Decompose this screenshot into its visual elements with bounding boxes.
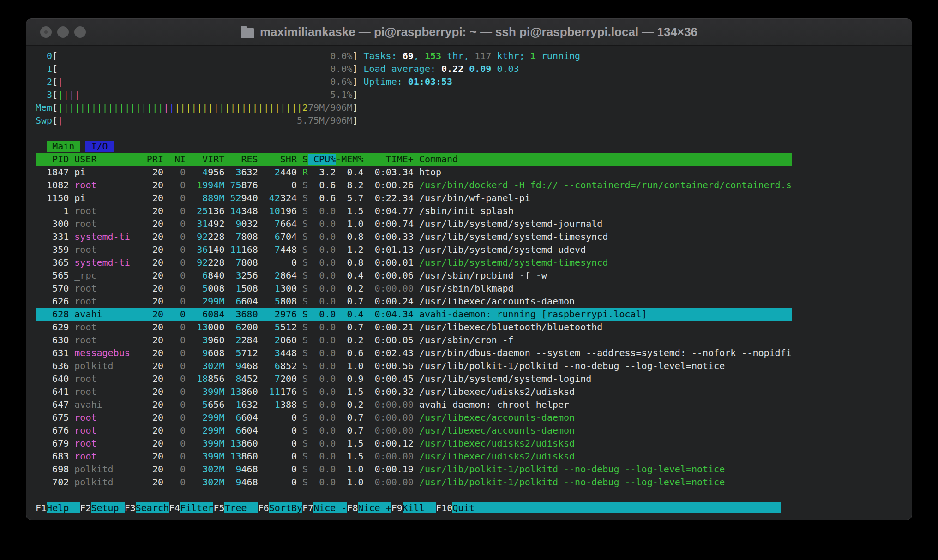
process-row-647[interactable]: 647 avahi 20 0 5656 1632 1388 S 0.0 0.2 … — [36, 398, 792, 411]
process-row-1847[interactable]: 1847 pi 20 0 4956 3632 2440 R 3.2 0.4 0:… — [36, 166, 792, 179]
header-time-column[interactable]: TIME+ — [363, 154, 413, 165]
process-row-631[interactable]: 631 messagebus 20 0 9608 5712 3448 S 0.0… — [36, 346, 792, 359]
process-row-331[interactable]: 331 systemd-ti 20 0 92228 7808 6704 S 0.… — [36, 230, 792, 243]
tab-main[interactable]: Main — [47, 141, 80, 152]
process-field: 0 — [163, 218, 186, 229]
process-field: 20 — [147, 283, 163, 294]
table-header[interactable]: PID USER PRI NI VIRT RES SHR S CPU%-MEM%… — [36, 153, 792, 166]
process-row-675[interactable]: 675 root 20 0 299M 6604 0 S 0.0 0.7 0:00… — [36, 411, 792, 424]
process-row-702[interactable]: 702 polkitd 20 0 302M 9468 0 S 0.0 1.0 0… — [36, 476, 792, 489]
fnlabel-help[interactable]: Help — [47, 502, 80, 513]
process-row-1150[interactable]: 1150 pi 20 0 889M 52940 42324 S 0.6 5.7 … — [36, 191, 792, 204]
fnkey-f3[interactable]: F3 — [125, 502, 136, 513]
process-row-365[interactable]: 365 systemd-ti 20 0 92228 7808 0 S 0.0 0… — [36, 256, 792, 269]
fnkey-f9[interactable]: F9 — [391, 502, 403, 513]
process-field — [186, 231, 197, 242]
process-field — [224, 257, 235, 268]
fnlabel-tree[interactable]: Tree — [224, 502, 258, 513]
process-field: /usr/libexec/udisks2/udisksd — [414, 451, 575, 462]
process-row-1082[interactable]: 1082 root 20 0 1994M 75876 0 S 0.6 8.2 0… — [36, 179, 792, 191]
process-field: 200 — [280, 373, 297, 384]
process-field: 008 — [208, 283, 224, 294]
process-field — [224, 438, 230, 449]
fnkey-f8[interactable]: F8 — [347, 502, 358, 513]
process-field: 976 — [280, 309, 297, 320]
process-field: /usr/sbin/cron -f — [414, 334, 514, 346]
fnkey-f7[interactable]: F7 — [302, 502, 313, 513]
process-field: /usr/libexec/udisks2/udisksd — [414, 386, 575, 397]
fnkey-f6[interactable]: F6 — [258, 502, 269, 513]
window-titlebar[interactable]: maximiliankaske — pi@raspberrypi: ~ — ss… — [26, 19, 912, 46]
process-field: 0:02.43 — [364, 347, 414, 358]
zoom-button[interactable] — [74, 26, 86, 38]
fnlabel-nice[interactable]: Nice + — [358, 502, 391, 513]
process-field: 0.4 — [336, 167, 363, 178]
fnlabel-setup[interactable]: Setup — [91, 502, 124, 513]
header-command-column[interactable]: Command — [414, 154, 458, 165]
process-field: 0:00.05 — [364, 334, 414, 346]
process-field: systemd-ti — [74, 257, 147, 268]
process-row-630[interactable]: 630 root 20 0 3960 2284 2060 S 0.0 0.2 0… — [36, 334, 792, 346]
fnlabel-search[interactable]: Search — [136, 502, 169, 513]
minimize-button[interactable] — [57, 26, 69, 38]
process-row-641[interactable]: 641 root 20 0 399M 13860 11176 S 0.0 1.5… — [36, 385, 792, 398]
header-mem-column[interactable]: -MEM% — [336, 154, 363, 165]
process-row-629[interactable]: 629 root 20 0 13000 6200 5512 S 0.0 0.7 … — [36, 321, 792, 334]
fnkey-f1[interactable]: F1 — [36, 502, 47, 513]
fnlabel-kill[interactable]: Kill — [403, 502, 436, 513]
load-summary: 0.09 — [469, 63, 497, 74]
text-segment — [358, 63, 363, 74]
process-field — [258, 322, 275, 333]
process-row-300[interactable]: 300 root 20 0 31492 9032 7664 S 0.0 1.0 … — [36, 217, 792, 230]
text-segment — [36, 141, 47, 152]
process-field — [224, 386, 230, 397]
close-button[interactable] — [40, 26, 52, 38]
fnlabel-filter[interactable]: Filter — [180, 502, 213, 513]
process-field: 704 — [280, 231, 297, 242]
process-field: S — [297, 399, 308, 410]
process-row-565[interactable]: 565 _rpc 20 0 6840 3256 2864 S 0.0 0.4 0… — [36, 269, 792, 282]
process-field — [258, 167, 275, 178]
meter-fill — [63, 115, 297, 126]
fnkey-f4[interactable]: F4 — [169, 502, 180, 513]
process-row-628[interactable]: 628 avahi 20 0 6084 3680 2976 S 0.0 0.4 … — [36, 308, 792, 321]
process-field — [224, 296, 235, 307]
process-field: 0:00.56 — [364, 360, 414, 371]
process-row-683[interactable]: 683 root 20 0 399M 13860 0 S 0.0 1.5 0:0… — [36, 450, 792, 463]
fnkey-f2[interactable]: F2 — [80, 502, 91, 513]
meter-bar: ||| — [63, 89, 80, 100]
process-row-626[interactable]: 626 root 20 0 299M 6604 5808 S 0.0 0.7 0… — [36, 295, 792, 308]
process-field: 20 — [147, 179, 163, 191]
process-row-359[interactable]: 359 root 20 0 36140 11168 7448 S 0.0 1.2… — [36, 243, 792, 256]
process-field: 20 — [147, 270, 163, 281]
process-row-676[interactable]: 676 root 20 0 299M 6604 0 S 0.0 0.7 0:00… — [36, 424, 792, 437]
process-field: messagebus — [74, 347, 147, 358]
process-field: 228 — [208, 231, 224, 242]
meter-label: 2 — [36, 76, 52, 87]
process-row-698[interactable]: 698 polkitd 20 0 302M 9468 0 S 0.0 1.0 0… — [36, 463, 792, 476]
header-sort-column[interactable]: CPU% — [308, 154, 336, 165]
process-field: 0 — [163, 283, 186, 294]
fnkey-f5[interactable]: F5 — [213, 502, 224, 513]
fnlabel-nice[interactable]: Nice - — [313, 502, 347, 513]
meter-bracket: ] — [352, 102, 358, 113]
process-field: 0:00.00 — [364, 425, 414, 436]
fnlabel-sortby[interactable]: SortBy — [269, 502, 302, 513]
meter-bar: ||||||||||||||||||| — [58, 102, 163, 113]
process-field: 0.0 — [308, 296, 336, 307]
process-field: 5 — [275, 296, 280, 307]
process-row-570[interactable]: 570 root 20 0 5008 1508 1300 S 0.0 0.2 0… — [36, 282, 792, 295]
fnlabel-quit[interactable]: Quit — [452, 502, 486, 513]
process-row-636[interactable]: 636 polkitd 20 0 302M 9468 6852 S 0.0 1.… — [36, 359, 792, 372]
process-field: S — [297, 205, 308, 216]
process-field: /usr/lib/systemd/systemd-udevd — [414, 244, 586, 255]
process-field — [224, 192, 230, 203]
process-field: S — [297, 451, 308, 462]
process-row-640[interactable]: 640 root 20 0 18856 8452 7200 S 0.0 0.9 … — [36, 372, 792, 385]
process-row-679[interactable]: 679 root 20 0 399M 13860 0 S 0.0 1.5 0:0… — [36, 437, 792, 450]
process-row-1[interactable]: 1 root 20 0 25136 14348 10196 S 0.0 1.5 … — [36, 204, 792, 217]
process-field: 0.0 — [308, 322, 336, 333]
tab-io[interactable]: I/O — [85, 141, 113, 152]
fnkey-f10[interactable]: F10 — [436, 502, 452, 513]
terminal-screen[interactable]: 0[ 0.0%] Tasks: 69, 153 thr, 117 kthr; 1… — [36, 49, 792, 514]
